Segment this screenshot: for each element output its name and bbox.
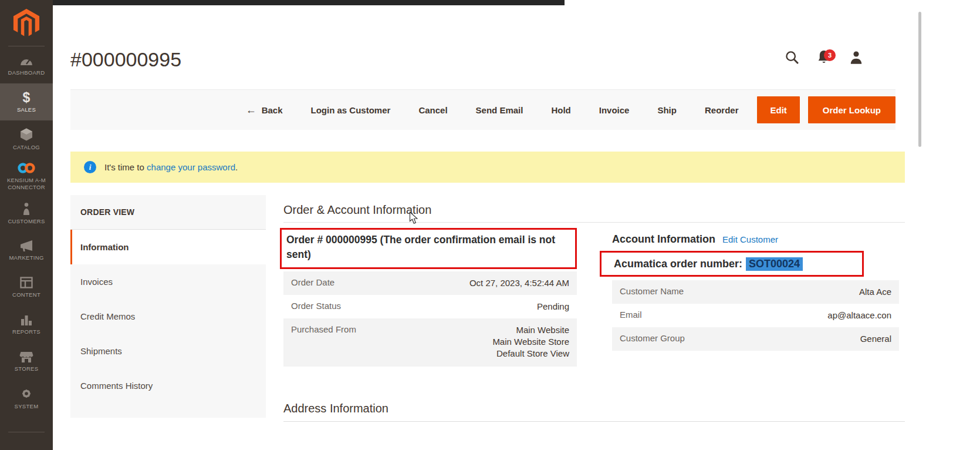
magento-logo[interactable] [0,0,53,46]
customers-person-icon [20,202,33,216]
back-arrow-icon: ← [246,105,256,115]
section-title-order-account: Order & Account Information [283,203,905,223]
account-info-table: Customer Name Alta Ace Email ap@altaace.… [612,280,899,351]
sidebar-item-label: KENSIUM A-M CONNECTOR [0,177,53,191]
magento-logo-icon [13,8,40,38]
customer-name-link[interactable]: Alta Ace [859,280,891,298]
account-information-header: Account Information Edit Customer [612,233,778,246]
cancel-button[interactable]: Cancel [404,105,461,115]
sidebar-item-label: CATALOG [12,144,41,151]
sidebar-item-catalog[interactable]: CATALOG [0,120,53,157]
row-label: Customer Group [620,327,685,343]
sidebar-item-label: MARKETING [8,254,45,261]
sidebar-item-label: REPORTS [11,328,42,335]
row-label: Order Date [291,271,334,287]
notice-text: It's time to change your password. [104,162,238,172]
sidebar-item-label: CONTENT [11,291,42,298]
row-value: Main Website Main Website Store Default … [492,318,569,360]
search-icon[interactable] [784,49,800,66]
sidebar-item-sales[interactable]: $ SALES [0,83,53,120]
sidebar-item-dashboard[interactable]: DASHBOARD [0,46,53,83]
tab-comments-history[interactable]: Comments History [70,368,266,403]
sidebar-item-label: STORES [13,365,40,372]
account-information-title: Account Information [612,233,715,246]
sidebar-bottom-divider [8,432,45,432]
marketing-megaphone-icon [19,239,33,252]
table-row-customer-name: Customer Name Alta Ace [612,280,899,304]
tab-information[interactable]: Information [70,230,266,264]
tab-invoices[interactable]: Invoices [70,264,266,299]
row-label: Purchased From [291,318,356,334]
page-title: #000000995 [70,48,181,71]
row-label: Order Status [291,295,341,311]
edit-customer-link[interactable]: Edit Customer [722,234,778,244]
system-gear-icon [19,387,33,401]
info-icon: i [84,161,96,173]
sidebar-item-content[interactable]: CONTENT [0,268,53,305]
sidebar-item-customers[interactable]: CUSTOMERS [0,194,53,231]
kensium-infinity-icon [15,162,38,174]
sidebar-item-kensium-connector[interactable]: KENSIUM A-M CONNECTOR [0,157,53,194]
send-email-button[interactable]: Send Email [462,105,538,115]
account-user-icon[interactable] [849,50,864,65]
row-value: Pending [537,295,569,313]
ship-button[interactable]: Ship [643,105,691,115]
row-value: General [860,327,891,345]
order-info-table: Order Date Oct 27, 2023, 4:52:44 AM Orde… [283,271,577,367]
login-as-customer-button[interactable]: Login as Customer [297,105,405,115]
sidebar-item-label: SALES [16,106,37,113]
top-dark-strip [53,0,565,5]
order-actions-toolbar: ← Back Login as Customer Cancel Send Ema… [70,89,895,130]
sidebar: DASHBOARD $ SALES CATALOG KENSIUM A-M CO… [0,0,53,450]
password-notice-bar: i It's time to change your password. [70,152,905,183]
stores-storefront-icon [19,350,33,363]
table-row-order-date: Order Date Oct 27, 2023, 4:52:44 AM [283,271,577,295]
tab-shipments[interactable]: Shipments [70,334,266,368]
notification-count-badge[interactable]: 3 [824,49,836,61]
back-button[interactable]: ← Back [232,105,297,115]
reports-chart-icon [19,313,33,326]
change-password-link[interactable]: change your password [147,162,235,172]
invoice-button[interactable]: Invoice [585,105,644,115]
back-button-label: Back [262,105,283,115]
dashboard-icon [19,54,33,67]
vertical-scrollbar-thumb[interactable] [918,12,921,147]
row-label: Customer Name [620,280,684,296]
sidebar-item-system[interactable]: SYSTEM [0,380,53,417]
sidebar-item-label: DASHBOARD [7,69,46,76]
row-value: Oct 27, 2023, 4:52:44 AM [469,271,569,289]
content-layout-icon [19,276,33,289]
edit-button[interactable]: Edit [757,96,799,123]
sales-dollar-icon: $ [23,91,31,104]
table-row-order-status: Order Status Pending [283,295,577,318]
order-lookup-button[interactable]: Order Lookup [808,96,895,123]
row-label: Email [620,304,642,320]
acumatica-order-label: Acumatica order number: [614,258,742,270]
sidebar-item-label: SYSTEM [13,403,40,410]
sidebar-item-stores[interactable]: STORES [0,342,53,380]
section-title-address-information: Address Information [283,402,905,422]
customer-email-link[interactable]: ap@altaace.con [827,304,891,321]
sidebar-item-reports[interactable]: REPORTS [0,305,53,342]
reorder-button[interactable]: Reorder [691,105,753,115]
magento-admin-order-page: DASHBOARD $ SALES CATALOG KENSIUM A-M CO… [0,0,980,450]
order-confirmation-highlight: Order # 000000995 (The order confirmatio… [280,228,577,269]
sidebar-item-marketing[interactable]: MARKETING [0,231,53,268]
mouse-cursor [409,211,419,224]
table-row-email: Email ap@altaace.con [612,304,899,327]
hold-button[interactable]: Hold [537,105,584,115]
acumatica-order-highlight: Acumatica order number: SOT00024 [600,251,864,277]
catalog-box-icon [19,127,33,142]
table-row-purchased-from: Purchased From Main Website Main Website… [283,318,577,367]
table-row-customer-group: Customer Group General [612,327,899,351]
sidebar-item-label: CUSTOMERS [6,218,46,225]
order-view-panel: ORDER VIEW Information Invoices Credit M… [70,195,266,418]
order-view-title: ORDER VIEW [70,195,266,230]
acumatica-order-value: SOT00024 [746,257,803,271]
tab-credit-memos[interactable]: Credit Memos [70,299,266,334]
